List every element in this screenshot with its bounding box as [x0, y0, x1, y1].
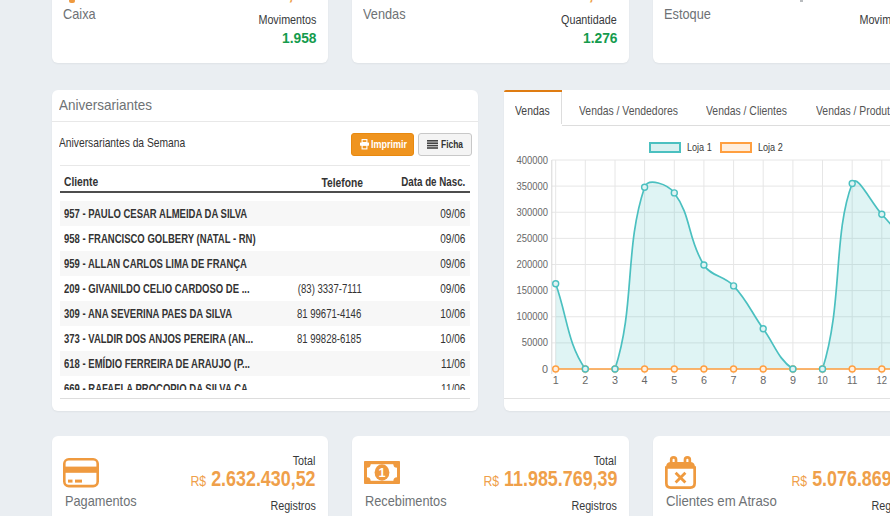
svg-text:150000: 150000 [517, 284, 548, 296]
svg-text:1: 1 [553, 374, 559, 386]
svg-text:350000: 350000 [517, 180, 548, 192]
svg-text:10: 10 [817, 374, 828, 386]
svg-text:8: 8 [760, 374, 766, 386]
svg-text:300000: 300000 [517, 206, 548, 218]
svg-text:1: 1 [379, 466, 386, 480]
svg-text:9: 9 [790, 374, 796, 386]
svg-text:5: 5 [671, 374, 677, 386]
svg-text:4: 4 [642, 374, 648, 386]
svg-text:3: 3 [612, 374, 618, 386]
svg-text:11: 11 [847, 374, 858, 386]
svg-text:12: 12 [877, 374, 888, 386]
svg-text:200000: 200000 [517, 258, 548, 270]
svg-text:2: 2 [582, 374, 588, 386]
svg-text:7: 7 [731, 374, 737, 386]
svg-text:0: 0 [542, 363, 548, 375]
svg-text:400000: 400000 [517, 154, 548, 166]
svg-text:250000: 250000 [517, 232, 548, 244]
svg-text:6: 6 [701, 374, 707, 386]
svg-text:50000: 50000 [522, 336, 548, 348]
svg-text:100000: 100000 [517, 310, 548, 322]
